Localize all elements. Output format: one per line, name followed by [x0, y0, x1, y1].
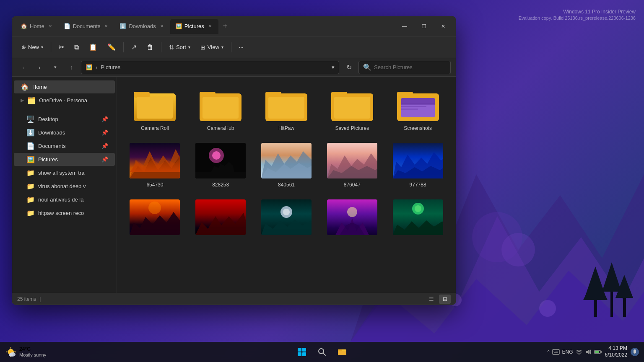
delete-button[interactable]: 🗑: [143, 41, 158, 53]
sidebar-item-documents[interactable]: 📄 Documents 📌: [14, 140, 115, 153]
toolbar-sep-1: [51, 42, 51, 52]
battery-icon: [594, 349, 602, 354]
address-dropdown-icon[interactable]: ▾: [332, 64, 335, 70]
share-button[interactable]: ↗: [127, 41, 141, 53]
weather-icon: [5, 346, 17, 358]
pin-pictures-icon: 📌: [101, 156, 108, 163]
folder-hitpaw[interactable]: HitPaw: [255, 83, 318, 134]
thumb-row3-3-preview: [261, 199, 312, 235]
file-explorer-taskbar-icon: [338, 348, 347, 356]
weather-widget[interactable]: 24°C Mostly sunny: [5, 346, 46, 358]
folder-icon-4: 📁: [26, 209, 35, 217]
file-977788[interactable]: 977788: [387, 138, 449, 191]
taskbar-search-button[interactable]: [314, 344, 330, 360]
windows-start-button[interactable]: [293, 344, 310, 360]
file-840561[interactable]: 840561: [255, 138, 318, 191]
sidebar-item-home[interactable]: 🏠 Home: [14, 80, 115, 93]
sidebar-item-antivirus[interactable]: 📁 noul antivirus de la: [14, 193, 115, 206]
file-828253[interactable]: 828253: [190, 138, 252, 191]
notification-button[interactable]: [631, 348, 639, 356]
toolbar-sep-2: [123, 42, 124, 52]
close-documents-tab[interactable]: ✕: [103, 23, 109, 30]
more-options-button[interactable]: ···: [235, 42, 248, 52]
language-indicator[interactable]: ENG: [562, 349, 573, 355]
up-button[interactable]: ↑: [65, 61, 78, 74]
close-downloads-tab[interactable]: ✕: [158, 23, 165, 30]
folder-saved-pictures-name: Saved Pictures: [335, 125, 369, 131]
copy-button[interactable]: ⧉: [70, 41, 83, 53]
sort-button[interactable]: ⇅ Sort ▾: [165, 42, 195, 53]
file-row3-1[interactable]: [124, 194, 186, 242]
documents-tab-icon: 📄: [64, 23, 70, 29]
taskbar-file-explorer-button[interactable]: [334, 344, 351, 360]
sidebar-item-show-all[interactable]: 📁 show all system tra: [14, 166, 115, 179]
file-row3-5[interactable]: [387, 194, 449, 242]
search-input[interactable]: [374, 64, 446, 70]
view-button[interactable]: ⊞ View ▾: [196, 42, 228, 53]
svg-point-77: [319, 349, 324, 354]
system-tray[interactable]: ^ ENG: [547, 349, 601, 355]
notification-icon: [632, 349, 638, 355]
file-876047[interactable]: 876047: [321, 138, 383, 191]
share-icon: ↗: [131, 43, 137, 51]
minimize-button[interactable]: —: [395, 20, 414, 33]
paste-button[interactable]: 📋: [85, 41, 101, 53]
rename-button[interactable]: ✏️: [103, 41, 120, 53]
grid-view-button[interactable]: ⊞: [439, 295, 451, 304]
folder-camera-roll[interactable]: Camera Roll: [124, 83, 186, 134]
nav-back-button[interactable]: ‹: [17, 61, 30, 74]
file-840561-name: 840561: [278, 182, 295, 188]
clock-date: 6/10/2022: [605, 352, 627, 359]
file-row3-2[interactable]: [190, 194, 252, 242]
tab-pictures[interactable]: 🖼️ Pictures ✕: [170, 19, 218, 34]
close-button[interactable]: ✕: [434, 20, 452, 33]
nav-forward-button[interactable]: ›: [33, 61, 46, 74]
file-row3-4[interactable]: [321, 194, 383, 242]
tab-documents[interactable]: 📄 Documents ✕: [59, 19, 115, 34]
refresh-button[interactable]: ↻: [343, 61, 355, 74]
folder-icon-1: 📁: [26, 169, 35, 177]
system-tray-expand-icon[interactable]: ^: [547, 349, 549, 354]
recent-locations-button[interactable]: ▾: [49, 61, 62, 74]
breadcrumb-sep: ›: [96, 64, 97, 70]
paste-icon: 📋: [89, 43, 97, 51]
add-tab-button[interactable]: +: [218, 20, 232, 33]
documents-tab-label: Documents: [73, 23, 101, 29]
sidebar-item-pictures[interactable]: 🖼️ Pictures 📌: [14, 153, 115, 166]
new-button[interactable]: ⊕ New ▾: [17, 42, 47, 52]
file-row3-3[interactable]: [255, 194, 318, 242]
file-explorer-window: 🏠 Home ✕ 📄 Documents ✕ ⬇️ Downloads ✕ 🖼️…: [12, 16, 456, 305]
close-pictures-tab[interactable]: ✕: [207, 23, 213, 30]
taskbar: 24°C Mostly sunny: [0, 342, 644, 362]
folder-screenshots[interactable]: Screenshots: [387, 83, 449, 134]
thumb-row3-2-preview: [195, 199, 246, 235]
sidebar-item-downloads[interactable]: ⬇️ Downloads 📌: [14, 126, 115, 139]
sidebar-item-virus[interactable]: 📁 virus abonat deep v: [14, 180, 115, 193]
maximize-button[interactable]: ❐: [415, 20, 433, 33]
folder-saved-pictures[interactable]: Saved Pictures: [321, 83, 383, 134]
rename-icon: ✏️: [107, 43, 116, 51]
sort-icon: ⇅: [169, 44, 174, 51]
clock-time: 4:13 PM: [608, 345, 627, 352]
file-654730[interactable]: 654730: [124, 138, 186, 191]
close-home-tab[interactable]: ✕: [47, 23, 54, 30]
cut-icon: ✂: [59, 43, 64, 51]
svg-rect-28: [397, 92, 413, 98]
tab-downloads[interactable]: ⬇️ Downloads ✕: [114, 19, 170, 34]
sidebar-item-hitpaw[interactable]: 📁 hitpaw screen reco: [14, 207, 115, 220]
copy-icon: ⧉: [74, 44, 79, 51]
cut-button[interactable]: ✂: [55, 41, 68, 53]
svg-point-67: [415, 205, 421, 212]
tab-home[interactable]: 🏠 Home ✕: [16, 19, 59, 34]
thumb-876047-preview: [327, 143, 377, 178]
sidebar-item-onedrive[interactable]: ▶ 🗂️ OneDrive - Persona: [14, 94, 115, 107]
breadcrumb-location: Pictures: [101, 64, 120, 70]
address-box[interactable]: 🖼️ › Pictures ▾: [81, 61, 339, 74]
system-clock[interactable]: 4:13 PM 6/10/2022: [605, 345, 627, 358]
folder-camerahub[interactable]: CameraHub: [190, 83, 252, 134]
folder-icon-3: 📁: [26, 196, 35, 204]
svg-rect-3: [594, 292, 597, 317]
statusbar: 25 items | ☰ ⊞: [12, 293, 456, 305]
list-view-button[interactable]: ☰: [426, 295, 437, 304]
sidebar-item-desktop[interactable]: 🖥️ Desktop 📌: [14, 113, 115, 126]
